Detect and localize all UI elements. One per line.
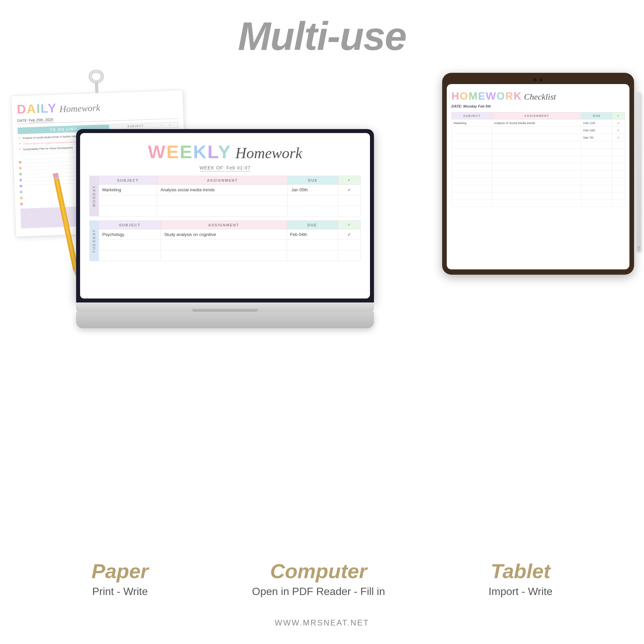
subject-cell: Marketing [99, 185, 157, 195]
table-row [99, 195, 361, 206]
table-row [452, 185, 625, 192]
col-due: DUE [288, 176, 338, 185]
tablet-body: HOMEWORK Checklist DATE: Monday Feb 5th … [442, 73, 634, 275]
page-title: Multi-use [0, 0, 644, 59]
table-row: Marketing Analysis of Social Media trend… [452, 119, 625, 127]
table-row [99, 251, 361, 261]
laptop-keyboard [76, 312, 374, 328]
dot [20, 185, 22, 187]
tuesday-label: TUESDAY [89, 220, 99, 261]
laptop-base [76, 302, 374, 312]
website-url: WWW.MRSNEAT.NET [0, 618, 644, 627]
check-cell: ✓ [612, 134, 625, 141]
hw-script: Checklist [524, 92, 556, 102]
bottom-labels: Paper Print - Write Computer Open in PDF… [0, 539, 644, 604]
assignment-cell: Analysis social media trends [157, 185, 288, 195]
assignment-cell [492, 127, 581, 134]
monday-table: SUBJECT ASSIGNMENT DUE ✓ Marketing Analy… [99, 176, 361, 216]
tablet-subtitle: Import - Write [488, 585, 552, 598]
assignment-cell [157, 195, 288, 206]
dot [20, 197, 23, 199]
table-row [99, 206, 361, 216]
table-row: Mar 7th ✓ [452, 134, 625, 141]
table-row [452, 141, 625, 149]
camera-dot [539, 78, 543, 81]
laptop: WEEKLY Homework WEEK OF: Feb 01-07 MONDA… [76, 129, 374, 328]
due-cell: Mar 7th [581, 134, 612, 141]
col-subject: SUBJECT [99, 176, 157, 185]
tablet-use-type: Tablet Import - Write [488, 559, 552, 598]
col-check: ✓ [338, 176, 360, 185]
camera-dot [533, 78, 537, 81]
svg-point-1 [91, 72, 101, 81]
laptop-display: WEEKLY Homework WEEK OF: Feb 01-07 MONDA… [80, 133, 370, 299]
due-cell [287, 251, 338, 261]
check-cell [338, 240, 361, 251]
checklist-table: SUBJECT ASSIGNMENT DUE ✓ Marketing Analy… [451, 112, 625, 207]
tablet-stylus [637, 93, 641, 252]
col-due: DUE [581, 113, 612, 119]
week-of: WEEK OF: Feb 01-07 [89, 165, 361, 170]
subject-cell [99, 251, 161, 261]
table-row [452, 170, 625, 178]
table-row [452, 192, 625, 200]
hw-title-row: HOMEWORK Checklist [451, 90, 625, 102]
tablet-camera [447, 78, 629, 81]
due-cell: Feb 15th [581, 127, 612, 134]
due-cell: Feb 11th [581, 119, 612, 127]
assignment-cell: Study analysis on cognitive [161, 229, 287, 240]
table-row: Feb 15th ✓ [452, 127, 625, 134]
subject-cell: Psychology [99, 229, 161, 240]
subject-cell [99, 240, 161, 251]
col-check: ✓ [612, 113, 625, 119]
computer-use-type: Computer Open in PDF Reader - Fill in [252, 559, 385, 598]
table-row: Psychology Study analysis on cognitive F… [99, 229, 361, 240]
col-due: DUE [287, 221, 338, 229]
computer-subtitle: Open in PDF Reader - Fill in [252, 585, 385, 598]
subject-cell [99, 195, 157, 206]
weekly-title-row: WEEKLY Homework [89, 141, 361, 162]
dot [19, 173, 22, 175]
due-cell [287, 240, 338, 251]
paper-title: Paper [91, 559, 148, 583]
weekly-letters: WEEKLY [148, 141, 231, 162]
subject-cell: Marketing [452, 119, 492, 127]
tuesday-section: TUESDAY SUBJECT ASSIGNMENT DUE ✓ Psychol… [89, 220, 361, 261]
check-cell: ✓ [612, 119, 625, 127]
paper-use-type: Paper Print - Write [91, 559, 148, 598]
svg-rect-2 [95, 82, 98, 93]
check-cell: ✓ [338, 229, 361, 240]
col-subject: SUBJECT [452, 113, 492, 119]
assignment-cell [161, 240, 287, 251]
due-cell: Feb 04th [287, 229, 338, 240]
tablet: HOMEWORK Checklist DATE: Monday Feb 5th … [442, 73, 634, 275]
due-cell [288, 206, 338, 216]
table-row [452, 156, 625, 163]
check-cell: ✓ [338, 185, 360, 195]
computer-title: Computer [252, 559, 385, 583]
table-row [452, 178, 625, 185]
col-assignment: ASSIGNMENT [161, 221, 287, 229]
col-subject: SUBJECT [99, 221, 161, 229]
assignment-cell [157, 206, 288, 216]
check-cell: ✓ [612, 127, 625, 134]
assignment-cell: Analysis of Social Media trends [492, 119, 581, 127]
table-row: Marketing Analysis social media trends J… [99, 185, 361, 195]
col-check: ✓ [338, 221, 361, 229]
col-assignment: ASSIGNMENT [157, 176, 288, 185]
subject-cell [452, 127, 492, 134]
tablet-title: Tablet [488, 559, 552, 583]
monday-label: MONDAY [89, 176, 99, 216]
clipboard-clip [86, 69, 107, 98]
due-cell: Jan 05th [288, 185, 338, 195]
weekly-script: Homework [235, 144, 302, 162]
tuesday-table: SUBJECT ASSIGNMENT DUE ✓ Psychology Stud… [99, 220, 361, 261]
assignment-cell [161, 251, 287, 261]
tablet-screen: HOMEWORK Checklist DATE: Monday Feb 5th … [447, 84, 629, 269]
tablet-date: DATE: Monday Feb 5th [451, 104, 625, 108]
table-row [452, 163, 625, 170]
dot [20, 203, 23, 205]
check-col-header: ✓ [162, 122, 179, 128]
table-row [99, 240, 361, 251]
check-cell [338, 251, 361, 261]
